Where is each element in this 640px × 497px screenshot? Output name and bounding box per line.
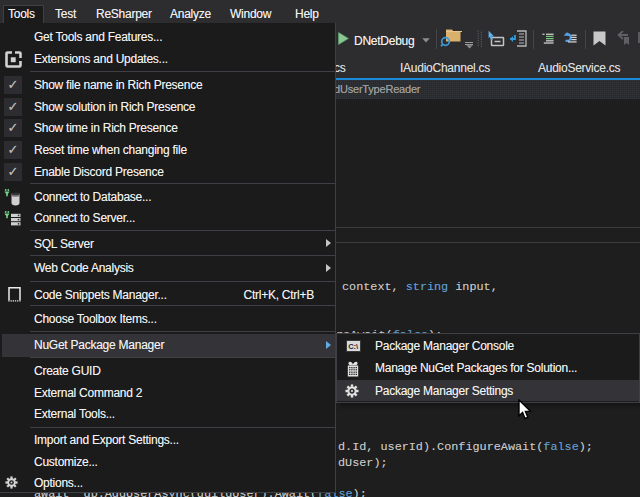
svg-text:C:\: C:\ [348,342,359,351]
